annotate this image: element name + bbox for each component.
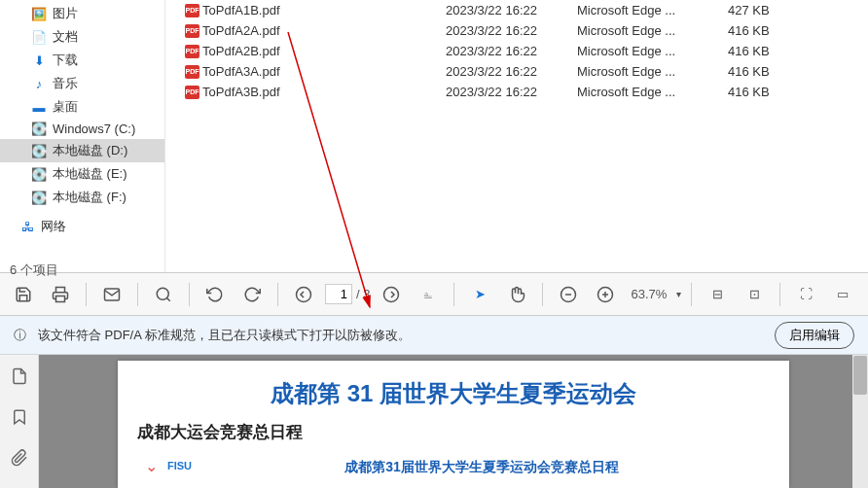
fit-width-button[interactable]: ⊟ [702, 279, 733, 310]
sidebar-item-pictures[interactable]: 🖼️图片 [0, 2, 164, 25]
zoom-out-button[interactable] [553, 279, 584, 310]
sidebar-item-drive-c[interactable]: 💽Windows7 (C:) [0, 119, 164, 139]
pdfa-info-bar: ⓘ 该文件符合 PDF/A 标准规范，且已在只读模式下打开以防被修改。 启用编辑 [0, 316, 868, 355]
zoom-in-button[interactable] [590, 279, 621, 310]
drive-icon: 💽 [31, 122, 47, 136]
sidebar-item-drive-d[interactable]: 💽本地磁盘 (D:) [0, 139, 164, 162]
info-icon: ⓘ [14, 327, 26, 344]
doc-title: 成都第 31 届世界大学生夏季运动会 [137, 378, 770, 409]
enable-editing-button[interactable]: 启用编辑 [775, 322, 854, 349]
svg-line-3 [166, 297, 169, 300]
file-row[interactable]: PDFToPdfA3A.pdf2023/3/22 16:22Microsoft … [165, 61, 868, 82]
drive-icon: 💽 [31, 144, 47, 157]
file-list: PDFToPdfA1B.pdf2023/3/22 16:22Microsoft … [165, 0, 868, 272]
pdf-page: 成都第 31 届世界大学生夏季运动会 成都大运会竞赛总日程 ⌄ FISU 成都第… [118, 361, 789, 488]
fit-page-button[interactable]: ⊡ [739, 279, 770, 310]
network-icon: 🖧 [19, 220, 35, 233]
next-page-button[interactable] [376, 279, 407, 310]
scrollbar[interactable] [852, 355, 868, 488]
info-message: 该文件符合 PDF/A 标准规范，且已在只读模式下打开以防被修改。 [38, 327, 775, 344]
desktop-icon: ▬ [31, 100, 47, 114]
svg-point-4 [297, 287, 311, 301]
svg-point-5 [384, 287, 399, 301]
sidebar-item-drive-f[interactable]: 💽本地磁盘 (F:) [0, 186, 164, 209]
prev-page-button[interactable] [288, 279, 319, 310]
drive-icon: 💽 [31, 167, 47, 181]
doc-subtitle: 成都大运会竞赛总日程 [137, 421, 770, 443]
file-row[interactable]: PDFToPdfA2B.pdf2023/3/22 16:22Microsoft … [165, 41, 868, 61]
download-icon: ⬇ [31, 53, 47, 67]
logo-icon: ⌄ [145, 457, 158, 475]
sidebar-item-desktop[interactable]: ▬桌面 [0, 95, 164, 119]
music-icon: ♪ [31, 77, 47, 90]
svg-point-2 [157, 288, 168, 299]
document-area[interactable]: 成都第 31 届世界大学生夏季运动会 成都大运会竞赛总日程 ⌄ FISU 成都第… [39, 355, 868, 488]
presentation-button[interactable]: ▭ [827, 279, 858, 310]
pdf-icon: PDF [185, 65, 199, 79]
image-icon: 🖼️ [31, 7, 47, 20]
document-icon: 📄 [31, 30, 47, 44]
page-input[interactable] [325, 284, 352, 304]
pdf-icon: PDF [185, 4, 199, 17]
file-row[interactable]: PDFToPdfA3B.pdf2023/3/22 16:22Microsoft … [165, 82, 868, 102]
pdf-viewer: 成都第 31 届世界大学生夏季运动会 成都大运会竞赛总日程 ⌄ FISU 成都第… [0, 355, 868, 488]
page-indicator: / 3 [325, 284, 370, 304]
pdf-icon: PDF [185, 86, 199, 99]
viewer-sidebar [0, 355, 39, 488]
pages-panel-button[interactable] [8, 365, 31, 388]
sidebar-item-downloads[interactable]: ⬇下载 [0, 49, 164, 72]
hand-tool[interactable] [501, 279, 532, 310]
email-button[interactable] [96, 279, 127, 310]
pdf-icon: PDF [185, 24, 199, 38]
page-options-icon[interactable]: ⎁ [413, 279, 444, 310]
zoom-level[interactable]: 63.7% [627, 287, 670, 301]
explorer-sidebar: 🖼️图片 📄文档 ⬇下载 ♪音乐 ▬桌面 💽Windows7 (C:) 💽本地磁… [0, 0, 165, 272]
doc-subtitle2: 成都第31届世界大学生夏季运动会竞赛总日程 [201, 459, 762, 476]
pdf-icon: PDF [185, 45, 199, 58]
fullscreen-button[interactable]: ⛶ [790, 279, 821, 310]
drive-icon: 💽 [31, 191, 47, 204]
find-button[interactable] [148, 279, 179, 310]
sidebar-item-music[interactable]: ♪音乐 [0, 72, 164, 95]
undo-button[interactable] [199, 279, 231, 310]
redo-button[interactable] [236, 279, 268, 310]
file-row[interactable]: PDFToPdfA2A.pdf2023/3/22 16:22Microsoft … [165, 20, 868, 41]
file-row[interactable]: PDFToPdfA1B.pdf2023/3/22 16:22Microsoft … [165, 0, 868, 20]
save-button[interactable] [8, 279, 39, 310]
bookmarks-panel-button[interactable] [8, 405, 31, 429]
sidebar-item-drive-e[interactable]: 💽本地磁盘 (E:) [0, 162, 164, 186]
logo-row: ⌄ FISU 成都第31届世界大学生夏季运动会竞赛总日程 [137, 451, 770, 480]
select-tool[interactable]: ➤ [464, 279, 495, 310]
sidebar-item-documents[interactable]: 📄文档 [0, 25, 164, 49]
chevron-down-icon[interactable]: ▾ [676, 289, 681, 299]
svg-rect-0 [56, 296, 65, 301]
attachments-panel-button[interactable] [8, 446, 31, 470]
sidebar-item-network[interactable]: 🖧网络 [0, 215, 164, 238]
scrollbar-thumb[interactable] [853, 356, 867, 395]
fisu-logo: FISU [167, 460, 192, 471]
print-button[interactable] [45, 279, 76, 310]
